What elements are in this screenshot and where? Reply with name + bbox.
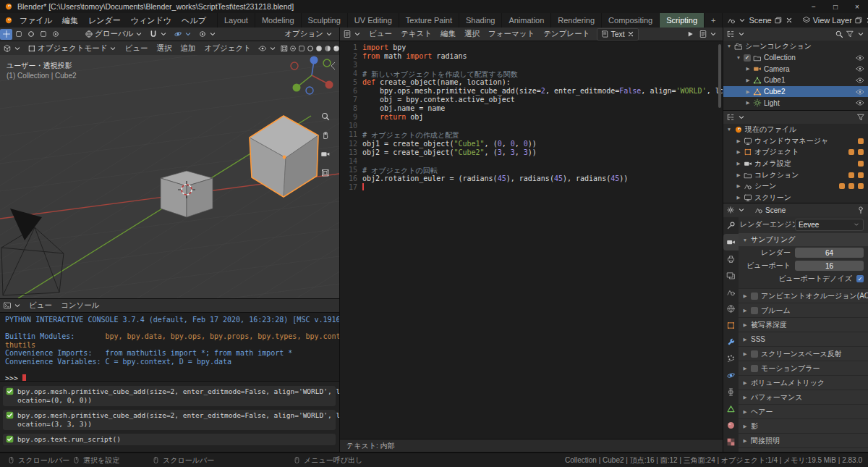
menu-レンダー[interactable]: レンダー	[83, 13, 126, 28]
tab-texture[interactable]	[723, 434, 739, 450]
select-box-tool-icon[interactable]	[12, 29, 25, 40]
info-report[interactable]: bpy.ops.mesh.primitive_cube_add(size=2, …	[3, 410, 336, 430]
properties-editor-icon[interactable]	[726, 206, 735, 214]
workspace-tab-sculpting[interactable]: Sculpting	[302, 13, 348, 28]
viewport-menu-選択[interactable]: 選択	[152, 41, 176, 55]
section-フィルム[interactable]: ▶フィルム	[739, 447, 868, 452]
section-checkbox[interactable]	[751, 293, 758, 300]
section-被写界深度[interactable]: ▶被写界深度	[739, 317, 868, 332]
expander-icon[interactable]: ▶	[736, 172, 741, 178]
tab-object-data[interactable]	[723, 400, 739, 417]
workspace-tab-modeling[interactable]: Modeling	[255, 13, 302, 28]
expander-icon[interactable]: ▶	[736, 195, 741, 201]
workspace-tab-compositing[interactable]: Compositing	[602, 13, 660, 28]
outliner-editor-icon[interactable]	[726, 113, 735, 122]
outliner-row-Collection[interactable]: ▼✓Collection	[723, 52, 868, 64]
expander-icon[interactable]: ▶	[745, 89, 751, 95]
active-tool-icon[interactable]	[0, 29, 12, 40]
collection-checkbox[interactable]: ✓	[744, 54, 751, 62]
shading-wireframe-button[interactable]	[306, 43, 315, 54]
view-layer-selector[interactable]: View Layer	[798, 16, 868, 25]
text-datablock[interactable]: Text	[597, 28, 638, 41]
outliner-row-コレクション[interactable]: ▶コレクション	[723, 169, 868, 181]
tab-view-layer[interactable]	[723, 267, 739, 284]
expander-icon[interactable]: ▶	[745, 77, 751, 83]
overlays-toggle[interactable]	[289, 43, 297, 54]
outliner-row-Cube1[interactable]: ▶Cube1	[723, 75, 868, 86]
text-options-dropdown[interactable]	[696, 29, 720, 40]
viewport-scene[interactable]	[0, 55, 339, 298]
console-menu-コンソール[interactable]: コンソール	[56, 299, 103, 312]
editor-type-button[interactable]	[0, 300, 25, 311]
xray-toggle[interactable]	[297, 43, 306, 54]
workspace-tab-rendering[interactable]: Rendering	[551, 13, 602, 28]
tab-material[interactable]	[723, 417, 739, 434]
section-checkbox[interactable]	[751, 307, 758, 314]
shading-rendered-button[interactable]	[332, 43, 339, 54]
editor-type-button[interactable]	[340, 29, 365, 40]
tab-scene[interactable]	[723, 284, 739, 300]
text-menu-ビュー[interactable]: ビュー	[365, 28, 396, 41]
tab-world[interactable]	[723, 300, 739, 317]
select-circle-tool-icon[interactable]	[25, 29, 37, 40]
tab-constraints[interactable]	[723, 384, 739, 400]
cube1-object[interactable]	[161, 171, 213, 217]
tab-physics[interactable]	[723, 367, 739, 384]
outliner-row-現在のファイル[interactable]: ▼現在のファイル	[723, 124, 868, 135]
expander-icon[interactable]: ▼	[726, 127, 732, 132]
section-モーションブラー[interactable]: ▶モーションブラー	[739, 361, 868, 375]
expander-icon[interactable]: ▶	[736, 183, 741, 189]
proportional-editing-toggle[interactable]	[195, 29, 220, 40]
visibility-eye-icon[interactable]	[856, 54, 864, 62]
expander-icon[interactable]: ▶	[745, 66, 751, 72]
show-gizmo-toggle[interactable]	[280, 43, 289, 54]
outliner-row-Light[interactable]: ▶Light	[723, 97, 868, 109]
viewport-menu-ビュー[interactable]: ビュー	[120, 41, 152, 55]
menu-編集[interactable]: 編集	[57, 13, 83, 28]
tab-render[interactable]	[723, 234, 739, 251]
tab-modifiers[interactable]	[723, 334, 739, 350]
pin-icon[interactable]	[856, 206, 865, 214]
outliner-row-シーンコレクション[interactable]: ▼シーンコレクション	[723, 41, 868, 52]
visibility-dropdown[interactable]	[255, 43, 280, 54]
delete-scene-icon[interactable]	[785, 16, 793, 25]
select-lasso-tool-icon[interactable]	[37, 29, 49, 40]
options-dropdown[interactable]: オプション	[281, 29, 336, 40]
viewport-menu-オブジェクト[interactable]: オブジェクト	[200, 41, 255, 55]
section-アンビエントオクルージョン(AO)[interactable]: ▶アンビエントオクルージョン(AO)	[739, 288, 868, 303]
number-field[interactable]: 16	[795, 261, 864, 271]
section-checkbox[interactable]	[751, 350, 758, 358]
cursor-tool-icon[interactable]	[49, 29, 61, 40]
info-log[interactable]: bpy.ops.mesh.primitive_cube_add(size=2, …	[0, 382, 339, 452]
expander-icon[interactable]: ▼	[736, 55, 741, 60]
viewport-canvas[interactable]: ユーザー・透視投影 (1) Collection | Cube2	[0, 55, 339, 298]
menu-ヘルプ[interactable]: ヘルプ	[176, 13, 211, 28]
unlink-text-icon[interactable]	[626, 30, 635, 38]
viewport-menu-追加[interactable]: 追加	[176, 41, 200, 55]
shading-material-button[interactable]	[323, 43, 332, 54]
visibility-eye-icon[interactable]	[856, 98, 864, 107]
text-menu-選択[interactable]: 選択	[460, 28, 484, 41]
outliner-row-カメラ設定[interactable]: ▶カメラ設定	[723, 158, 868, 169]
tab-object[interactable]	[723, 317, 739, 334]
snap-target-dropdown[interactable]	[171, 29, 195, 40]
filter-icon[interactable]	[846, 30, 854, 38]
delete-view-layer-icon[interactable]	[865, 16, 868, 25]
expander-icon[interactable]: ▶	[745, 100, 751, 106]
snap-toggle[interactable]	[146, 29, 171, 40]
scene-svg[interactable]	[0, 55, 339, 298]
section-ボリュームメトリック[interactable]: ▶ボリュームメトリック	[739, 375, 868, 390]
section-SSS[interactable]: ▶SSS	[739, 332, 868, 346]
expander-icon[interactable]: ▶	[736, 138, 741, 144]
section-スクリーンスペース反射[interactable]: ▶スクリーンスペース反射	[739, 346, 868, 361]
minimize-button[interactable]: −	[803, 0, 825, 13]
expander-icon[interactable]: ▶	[736, 149, 741, 155]
add-workspace-button[interactable]: +	[705, 13, 723, 28]
editor-type-button[interactable]	[0, 43, 25, 54]
visibility-eye-icon[interactable]	[856, 76, 864, 85]
python-console[interactable]: PYTHON INTERACTIVE CONSOLE 3.7.4 (defaul…	[0, 313, 339, 381]
text-menu-テンプレート[interactable]: テンプレート	[539, 28, 594, 41]
workspace-tab-shading[interactable]: Shading	[459, 13, 502, 28]
outliner-row-オブジェクト[interactable]: ▶オブジェクト	[723, 146, 868, 158]
chevron-down-icon[interactable]	[737, 113, 746, 122]
